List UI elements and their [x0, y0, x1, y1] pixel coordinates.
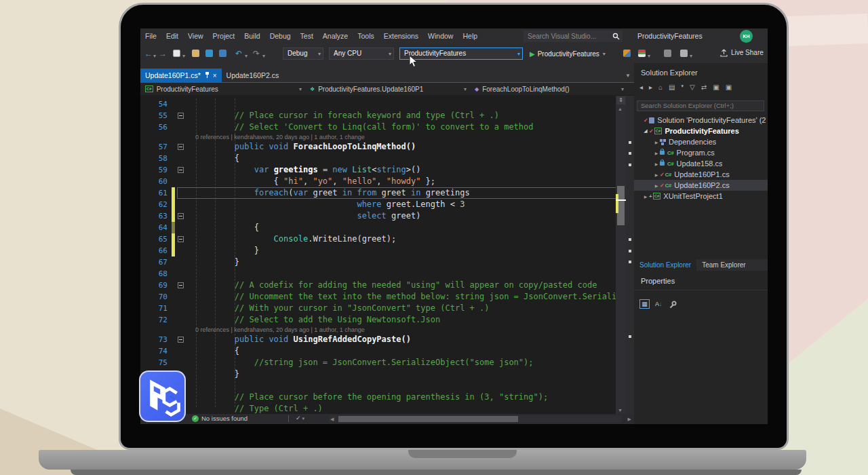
- undo-dropdown-icon[interactable]: ▾: [245, 52, 248, 61]
- menu-view[interactable]: View: [183, 28, 208, 44]
- scroll-left-icon[interactable]: ◀: [330, 417, 334, 422]
- code-line[interactable]: 55 // Place cursor in foreach keyword an…: [140, 110, 634, 121]
- redo-icon[interactable]: ↷: [253, 49, 260, 58]
- fold-margin[interactable]: [175, 334, 187, 345]
- splitter-icon[interactable]: ⇕: [616, 96, 625, 104]
- vertical-scrollbar[interactable]: ⇕ ▲ ▼: [616, 96, 626, 414]
- code-line[interactable]: 71 // With your cursor in "JsonConvert" …: [140, 303, 634, 314]
- codelens-row[interactable]: 0 references | kendrahavens, 20 days ago…: [140, 133, 634, 141]
- cursor-tool-icon[interactable]: [664, 50, 671, 57]
- fold-margin[interactable]: [175, 164, 187, 176]
- sort-alphabetical-icon[interactable]: A↓: [655, 301, 663, 307]
- switch-views-icon[interactable]: ▤: [669, 83, 675, 91]
- collapse-region-icon[interactable]: [178, 213, 184, 219]
- live-share-button[interactable]: Live Share: [719, 48, 764, 57]
- code-line[interactable]: 59 var greetings = new List<string>(): [140, 164, 634, 176]
- collapsed-arrow-icon[interactable]: ▶: [653, 140, 660, 145]
- code-line[interactable]: // Place cursor before the opening paren…: [140, 392, 634, 403]
- scroll-down-icon[interactable]: ▼: [618, 408, 623, 413]
- code-line[interactable]: 60 { "hi", "yo", "hello", "howdy" };: [140, 176, 634, 187]
- collapsed-arrow-icon[interactable]: ▶: [653, 172, 660, 177]
- tree-item[interactable]: ▶+C#XUnitTestProject1: [634, 191, 768, 202]
- platform-combo[interactable]: Any CPU▾: [329, 48, 394, 60]
- code-line[interactable]: 63 select greet): [140, 210, 634, 222]
- code-line[interactable]: 67 }: [140, 256, 634, 268]
- code-line[interactable]: 70 // Uncomment the text into the method…: [140, 291, 634, 303]
- code-line[interactable]: 57 public void ForeachLoopToLinqMethod(): [140, 141, 634, 153]
- menu-analyze[interactable]: Analyze: [318, 28, 353, 44]
- menu-build[interactable]: Build: [239, 28, 264, 44]
- fold-margin[interactable]: [175, 141, 187, 153]
- close-icon[interactable]: ×: [213, 72, 217, 79]
- new-file-icon[interactable]: [173, 50, 180, 57]
- categorize-icon[interactable]: ▦: [639, 299, 650, 309]
- home-icon[interactable]: ⌂: [658, 83, 663, 91]
- vs-search-box[interactable]: Search Visual Studio...: [524, 31, 623, 42]
- configuration-combo[interactable]: Debug▾: [283, 48, 323, 60]
- menu-help[interactable]: Help: [458, 28, 482, 44]
- code-line[interactable]: 73 public void UsingRefAddedCopyPaste(): [140, 334, 634, 345]
- se-back-icon[interactable]: ◂: [639, 83, 643, 91]
- code-line[interactable]: [140, 380, 634, 392]
- collapse-region-icon[interactable]: [178, 282, 184, 288]
- back-dropdown-icon[interactable]: ▾: [153, 52, 156, 61]
- code-line[interactable]: 62 where greet.Length < 3: [140, 199, 634, 210]
- hscrollbar-thumb[interactable]: [338, 416, 518, 422]
- pin-icon[interactable]: [205, 71, 210, 79]
- code-line[interactable]: 61 foreach(var greet in from greet in gr…: [140, 187, 634, 199]
- collapsed-arrow-icon[interactable]: ▶: [642, 194, 649, 199]
- tree-item[interactable]: ▶C#Program.cs: [634, 147, 768, 158]
- sync-icon[interactable]: ⇄: [701, 83, 707, 91]
- navbar-project-dropdown[interactable]: C# ProductivityFeatures ▾: [140, 83, 305, 95]
- scroll-up-icon[interactable]: ▲: [618, 107, 623, 111]
- code-line[interactable]: 66 }: [140, 245, 634, 256]
- expanded-arrow-icon[interactable]: ◢: [642, 128, 649, 134]
- sql-grid-icon[interactable]: [638, 50, 646, 57]
- tree-item[interactable]: ▶✓C#Update160P2.cs: [634, 180, 768, 191]
- document-tab[interactable]: Update160P2.cs: [222, 69, 284, 82]
- code-editor[interactable]: 5455 // Place cursor in foreach keyword …: [140, 96, 634, 414]
- document-outline-icon[interactable]: [680, 50, 688, 57]
- code-line[interactable]: // Type (Ctrl + .): [140, 403, 634, 414]
- run-dropdown-icon[interactable]: ▾: [603, 51, 606, 57]
- navbar-type-dropdown[interactable]: ❖ ProductivityFeatures.Update160P1 ▾: [305, 83, 470, 95]
- code-line[interactable]: 54: [140, 98, 634, 110]
- menu-window[interactable]: Window: [423, 28, 458, 44]
- collapsed-arrow-icon[interactable]: ▶: [653, 151, 660, 155]
- save-icon[interactable]: [205, 50, 213, 57]
- menu-edit[interactable]: Edit: [161, 28, 183, 44]
- chevron-down-icon[interactable]: ▾: [682, 83, 684, 91]
- document-tab[interactable]: Update160P1.cs*×: [140, 69, 222, 82]
- tab-solution-explorer[interactable]: Solution Explorer: [634, 259, 696, 271]
- menu-test[interactable]: Test: [296, 28, 318, 44]
- tree-item[interactable]: ▶C#Update158.cs: [634, 158, 768, 169]
- tree-item[interactable]: ▶✓C#Update160P1.cs: [634, 169, 768, 180]
- tree-item[interactable]: ✓Solution 'ProductivityFeatures' (2 p: [634, 115, 768, 126]
- fold-margin[interactable]: [175, 110, 187, 121]
- collapse-region-icon[interactable]: [178, 113, 184, 119]
- account-avatar[interactable]: KH: [740, 30, 753, 43]
- scroll-right-icon[interactable]: ▶: [628, 417, 631, 422]
- solution-explorer-search[interactable]: Search Solution Explorer (Ctrl+;): [637, 100, 764, 111]
- collapse-region-icon[interactable]: [178, 144, 184, 150]
- fold-margin[interactable]: [175, 280, 187, 291]
- tab-overflow-icon[interactable]: ▼: [625, 73, 631, 79]
- save-all-icon[interactable]: [219, 50, 226, 57]
- menu-extensions[interactable]: Extensions: [379, 28, 423, 44]
- outline-dropdown-icon[interactable]: ▾: [690, 52, 692, 61]
- collapse-region-icon[interactable]: [178, 236, 184, 242]
- undo-icon[interactable]: ↶: [235, 49, 242, 58]
- menu-project[interactable]: Project: [208, 28, 240, 44]
- code-line[interactable]: 69 // A codefix for adding the needed "u…: [140, 280, 634, 291]
- se-forward-icon[interactable]: ▸: [649, 83, 652, 91]
- fold-margin[interactable]: [175, 210, 187, 222]
- horizontal-scrollbar[interactable]: ◀ ▶: [329, 415, 622, 423]
- code-cleanup-icon[interactable]: ✓ ▾: [296, 415, 304, 421]
- code-line[interactable]: 68: [140, 268, 634, 280]
- attach-process-icon[interactable]: [623, 50, 631, 57]
- new-file-dropdown-icon[interactable]: ▾: [182, 52, 185, 61]
- menu-tools[interactable]: Tools: [353, 28, 379, 44]
- tab-team-explorer[interactable]: Team Explorer: [696, 259, 751, 271]
- navigate-back-icon[interactable]: ←: [144, 49, 153, 58]
- menu-debug[interactable]: Debug: [265, 28, 296, 44]
